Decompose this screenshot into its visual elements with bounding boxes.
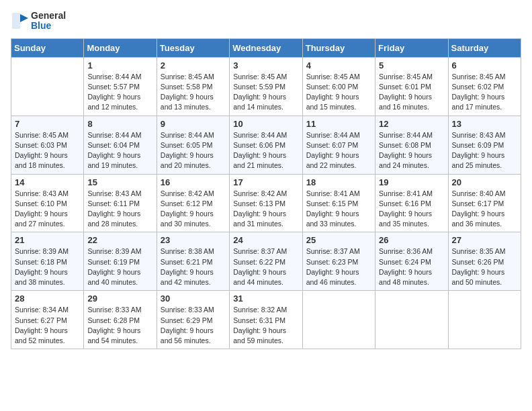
daylight-text: Daylight: 9 hours and 54 minutes. — [87, 326, 140, 345]
cell-info: Sunrise: 8:38 AM Sunset: 6:21 PM Dayligh… — [161, 246, 226, 287]
calendar-cell: 5 Sunrise: 8:45 AM Sunset: 6:01 PM Dayli… — [375, 57, 448, 116]
cell-info: Sunrise: 8:41 AM Sunset: 6:16 PM Dayligh… — [379, 189, 444, 230]
sunset-text: Sunset: 5:59 PM — [233, 83, 285, 91]
cell-info: Sunrise: 8:44 AM Sunset: 6:08 PM Dayligh… — [379, 130, 444, 171]
day-number: 2 — [161, 60, 226, 71]
page-header: General Blue — [11, 11, 521, 32]
calendar-cell: 8 Sunrise: 8:44 AM Sunset: 6:04 PM Dayli… — [84, 116, 157, 174]
calendar-cell: 10 Sunrise: 8:44 AM Sunset: 6:06 PM Dayl… — [230, 116, 302, 174]
sunset-text: Sunset: 5:58 PM — [161, 83, 213, 91]
calendar-cell: 1 Sunrise: 8:44 AM Sunset: 5:57 PM Dayli… — [84, 57, 157, 116]
daylight-text: Daylight: 9 hours and 12 minutes. — [87, 93, 140, 111]
logo-container: General Blue — [11, 11, 66, 32]
calendar-cell: 21 Sunrise: 8:39 AM Sunset: 6:18 PM Dayl… — [11, 232, 84, 291]
calendar-cell: 9 Sunrise: 8:44 AM Sunset: 6:05 PM Dayli… — [157, 116, 229, 174]
day-number: 14 — [15, 177, 80, 187]
daylight-text: Daylight: 9 hours and 50 minutes. — [452, 268, 505, 286]
daylight-text: Daylight: 9 hours and 28 minutes. — [87, 210, 140, 228]
cell-info: Sunrise: 8:43 AM Sunset: 6:11 PM Dayligh… — [87, 189, 152, 230]
day-number: 10 — [233, 119, 298, 129]
sunset-text: Sunset: 6:04 PM — [87, 141, 140, 149]
cell-info: Sunrise: 8:36 AM Sunset: 6:24 PM Dayligh… — [379, 246, 444, 287]
logo: General Blue — [11, 11, 66, 32]
day-number: 7 — [15, 119, 80, 129]
daylight-text: Daylight: 9 hours and 35 minutes. — [379, 210, 432, 228]
cell-info: Sunrise: 8:37 AM Sunset: 6:23 PM Dayligh… — [306, 246, 371, 287]
cell-info: Sunrise: 8:45 AM Sunset: 6:01 PM Dayligh… — [379, 72, 444, 113]
daylight-text: Daylight: 9 hours and 19 minutes. — [87, 151, 140, 169]
logo-flag-icon — [11, 11, 30, 30]
daylight-text: Daylight: 9 hours and 33 minutes. — [306, 210, 359, 228]
daylight-text: Daylight: 9 hours and 24 minutes. — [379, 151, 432, 169]
sunrise-text: Sunrise: 8:41 AM — [306, 189, 360, 197]
daylight-text: Daylight: 9 hours and 52 minutes. — [15, 326, 68, 345]
sunrise-text: Sunrise: 8:45 AM — [15, 131, 69, 139]
calendar-cell: 28 Sunrise: 8:34 AM Sunset: 6:27 PM Dayl… — [11, 291, 84, 349]
day-number: 11 — [306, 119, 371, 129]
daylight-text: Daylight: 9 hours and 46 minutes. — [306, 268, 359, 286]
sunset-text: Sunset: 6:15 PM — [306, 199, 359, 208]
cell-info: Sunrise: 8:44 AM Sunset: 6:07 PM Dayligh… — [306, 130, 371, 171]
day-number: 19 — [379, 177, 444, 187]
calendar-cell — [302, 291, 375, 349]
sunrise-text: Sunrise: 8:43 AM — [87, 189, 141, 197]
sunrise-text: Sunrise: 8:36 AM — [379, 247, 433, 255]
sunset-text: Sunset: 6:06 PM — [233, 141, 285, 149]
weekday-header-row: SundayMondayTuesdayWednesdayThursdayFrid… — [11, 38, 521, 57]
sunset-text: Sunset: 6:27 PM — [15, 316, 67, 324]
cell-info: Sunrise: 8:42 AM Sunset: 6:12 PM Dayligh… — [161, 189, 226, 230]
day-number: 31 — [233, 293, 298, 304]
calendar-cell — [11, 57, 84, 116]
daylight-text: Daylight: 9 hours and 13 minutes. — [161, 93, 214, 111]
weekday-wednesday: Wednesday — [230, 38, 302, 57]
cell-info: Sunrise: 8:45 AM Sunset: 6:00 PM Dayligh… — [306, 72, 371, 113]
day-number: 15 — [87, 177, 152, 187]
sunrise-text: Sunrise: 8:33 AM — [87, 306, 141, 314]
sunrise-text: Sunrise: 8:37 AM — [306, 247, 360, 255]
cell-info: Sunrise: 8:40 AM Sunset: 6:17 PM Dayligh… — [452, 189, 517, 230]
calendar-week-4: 21 Sunrise: 8:39 AM Sunset: 6:18 PM Dayl… — [11, 232, 521, 291]
cell-info: Sunrise: 8:37 AM Sunset: 6:22 PM Dayligh… — [233, 246, 298, 287]
calendar-cell: 7 Sunrise: 8:45 AM Sunset: 6:03 PM Dayli… — [11, 116, 84, 174]
sunrise-text: Sunrise: 8:42 AM — [233, 189, 287, 197]
daylight-text: Daylight: 9 hours and 22 minutes. — [306, 151, 359, 169]
weekday-monday: Monday — [84, 38, 157, 57]
calendar-cell: 20 Sunrise: 8:40 AM Sunset: 6:17 PM Dayl… — [448, 174, 521, 232]
sunset-text: Sunset: 6:07 PM — [306, 141, 359, 149]
calendar-cell: 11 Sunrise: 8:44 AM Sunset: 6:07 PM Dayl… — [302, 116, 375, 174]
calendar-cell: 14 Sunrise: 8:43 AM Sunset: 6:10 PM Dayl… — [11, 174, 84, 232]
cell-info: Sunrise: 8:33 AM Sunset: 6:29 PM Dayligh… — [161, 305, 226, 346]
daylight-text: Daylight: 9 hours and 31 minutes. — [233, 210, 286, 228]
sunset-text: Sunset: 6:22 PM — [233, 258, 285, 266]
svg-rect-0 — [12, 13, 20, 29]
calendar-cell: 31 Sunrise: 8:32 AM Sunset: 6:31 PM Dayl… — [230, 291, 302, 349]
calendar-cell: 12 Sunrise: 8:44 AM Sunset: 6:08 PM Dayl… — [375, 116, 448, 174]
daylight-text: Daylight: 9 hours and 16 minutes. — [379, 93, 432, 111]
cell-info: Sunrise: 8:45 AM Sunset: 5:59 PM Dayligh… — [233, 72, 298, 113]
day-number: 26 — [379, 235, 444, 245]
day-number: 5 — [379, 60, 444, 71]
calendar-week-2: 7 Sunrise: 8:45 AM Sunset: 6:03 PM Dayli… — [11, 116, 521, 174]
sunset-text: Sunset: 6:17 PM — [452, 199, 504, 208]
sunset-text: Sunset: 6:26 PM — [452, 258, 504, 266]
daylight-text: Daylight: 9 hours and 56 minutes. — [161, 326, 214, 345]
day-number: 28 — [15, 293, 80, 304]
logo-blue: Blue — [31, 21, 66, 31]
calendar-cell: 25 Sunrise: 8:37 AM Sunset: 6:23 PM Dayl… — [302, 232, 375, 291]
sunrise-text: Sunrise: 8:43 AM — [15, 189, 69, 197]
sunset-text: Sunset: 6:11 PM — [87, 199, 140, 208]
calendar-cell: 29 Sunrise: 8:33 AM Sunset: 6:28 PM Dayl… — [84, 291, 157, 349]
sunrise-text: Sunrise: 8:45 AM — [452, 73, 506, 81]
day-number: 22 — [87, 235, 152, 245]
calendar-week-1: 1 Sunrise: 8:44 AM Sunset: 5:57 PM Dayli… — [11, 57, 521, 116]
daylight-text: Daylight: 9 hours and 18 minutes. — [15, 151, 68, 169]
calendar-cell: 24 Sunrise: 8:37 AM Sunset: 6:22 PM Dayl… — [230, 232, 302, 291]
calendar-cell — [375, 291, 448, 349]
sunrise-text: Sunrise: 8:42 AM — [161, 189, 214, 197]
sunrise-text: Sunrise: 8:32 AM — [233, 306, 287, 314]
sunrise-text: Sunrise: 8:40 AM — [452, 189, 506, 197]
day-number: 27 — [452, 235, 517, 245]
daylight-text: Daylight: 9 hours and 48 minutes. — [379, 268, 432, 286]
weekday-thursday: Thursday — [302, 38, 375, 57]
day-number: 25 — [306, 235, 371, 245]
